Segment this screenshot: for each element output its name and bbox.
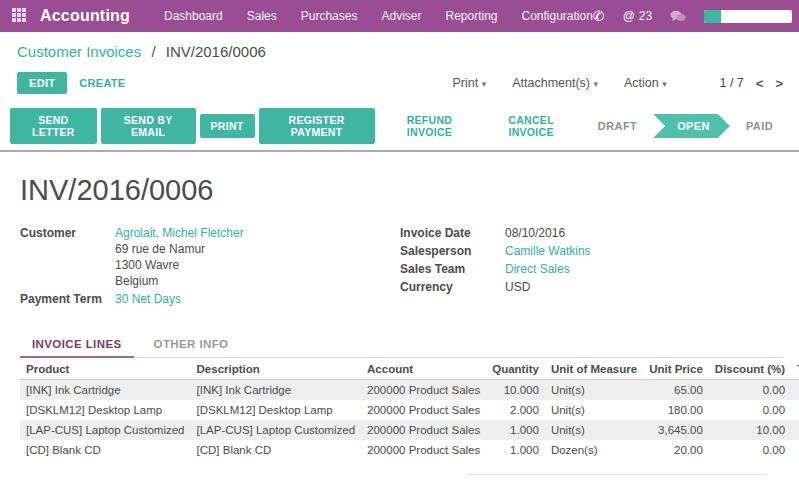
send-by-email-button[interactable]: SEND BY EMAIL xyxy=(101,108,196,144)
payment-term-link[interactable]: 30 Net Days xyxy=(115,291,181,307)
col-discount: Discount (%) xyxy=(709,358,791,380)
menu-dashboard[interactable]: Dashboard xyxy=(164,9,223,23)
refund-invoice-button[interactable]: REFUND INVOICE xyxy=(379,108,481,144)
pager-value: 1 / 7 xyxy=(719,76,743,90)
print-dropdown[interactable]: Print ▾ xyxy=(452,76,486,90)
control-panel: EDIT CREATE Print ▾ Attachment(s) ▾ Acti… xyxy=(0,64,799,102)
status-paid[interactable]: PAID xyxy=(730,120,789,132)
breadcrumb-current: INV/2016/0006 xyxy=(166,43,266,60)
breadcrumb: Customer Invoices / INV/2016/0006 xyxy=(0,32,799,64)
table-row[interactable]: [DSKLM12] Desktop Lamp[DSKLM12] Desktop … xyxy=(20,400,799,420)
menu-sales[interactable]: Sales xyxy=(247,9,277,23)
invoice-sheet: INV/2016/0006 Customer Agrolait, Michel … xyxy=(0,152,799,483)
customer-label: Customer xyxy=(20,225,115,289)
attachments-dropdown[interactable]: Attachment(s) ▾ xyxy=(512,76,598,90)
chevron-down-icon: ▾ xyxy=(482,79,487,89)
pager-next-icon[interactable]: > xyxy=(775,76,783,91)
pager-prev-icon[interactable]: < xyxy=(756,76,764,91)
status-pipeline: DRAFT OPEN PAID xyxy=(582,114,789,138)
col-taxes: Taxes xyxy=(791,358,799,380)
col-account: Account xyxy=(361,358,486,380)
status-open[interactable]: OPEN xyxy=(653,114,730,138)
top-navbar: Accounting Dashboard Sales Purchases Adv… xyxy=(0,0,799,32)
col-product: Product xyxy=(20,358,191,380)
chevron-down-icon: ▾ xyxy=(594,79,599,89)
table-header-row: Product Description Account Quantity Uni… xyxy=(20,358,799,380)
invoice-statusbar: SEND LETTER SEND BY EMAIL PRINT REGISTER… xyxy=(0,102,799,152)
messages-count: 23 xyxy=(639,9,652,23)
invoice-date-value: 08/10/2016 xyxy=(505,225,565,241)
cancel-invoice-button[interactable]: CANCEL INVOICE xyxy=(480,108,582,144)
app-name[interactable]: Accounting xyxy=(40,7,130,25)
chevron-down-icon: ▾ xyxy=(662,79,667,89)
col-quantity: Quantity xyxy=(486,358,545,380)
invoice-number-title: INV/2016/0006 xyxy=(20,174,783,207)
chat-icon[interactable] xyxy=(670,10,686,23)
customer-link[interactable]: Agrolait, Michel Fletcher xyxy=(115,225,244,241)
register-payment-button[interactable]: REGISTER PAYMENT xyxy=(259,108,375,144)
table-row[interactable]: [LAP-CUS] Laptop Customized[LAP-CUS] Lap… xyxy=(20,420,799,440)
table-row[interactable]: [INK] Ink Cartridge[INK] Ink Cartridge 2… xyxy=(20,380,799,401)
currency-value: USD xyxy=(505,279,530,295)
breadcrumb-customer-invoices[interactable]: Customer Invoices xyxy=(17,43,141,60)
table-row[interactable]: [CD] Blank CD[CD] Blank CD 200000 Produc… xyxy=(20,440,799,460)
send-letter-button[interactable]: SEND LETTER xyxy=(10,108,97,144)
currency-label: Currency xyxy=(400,279,505,295)
create-button[interactable]: CREATE xyxy=(67,72,137,94)
tab-invoice-lines[interactable]: INVOICE LINES xyxy=(20,331,134,358)
action-dropdown[interactable]: Action ▾ xyxy=(624,76,667,90)
pager: 1 / 7 < > xyxy=(719,76,783,91)
menu-reporting[interactable]: Reporting xyxy=(445,9,497,23)
status-draft[interactable]: DRAFT xyxy=(582,120,653,132)
sales-team-label: Sales Team xyxy=(400,261,505,277)
invoice-lines-table: Product Description Account Quantity Uni… xyxy=(20,358,799,460)
salesperson-link[interactable]: Camille Watkins xyxy=(505,243,591,259)
main-menu: Dashboard Sales Purchases Adviser Report… xyxy=(164,9,593,23)
planner-progressbar[interactable] xyxy=(704,10,792,23)
planner-progress-fill xyxy=(704,10,721,23)
print-button[interactable]: PRINT xyxy=(200,114,255,138)
col-uom: Unit of Measure xyxy=(545,358,643,380)
tab-other-info[interactable]: OTHER INFO xyxy=(142,331,241,357)
edit-button[interactable]: EDIT xyxy=(17,72,67,94)
customer-address: 69 rue de Namur 1300 Wavre Belgium xyxy=(115,241,244,289)
at-icon: @ xyxy=(623,9,635,23)
totals-box: Untaxed Amount : $4,310.50 Tax : $0.00 T… xyxy=(467,474,767,483)
salesperson-label: Salesperson xyxy=(400,243,505,259)
invoice-date-label: Invoice Date xyxy=(400,225,505,241)
col-description: Description xyxy=(191,358,362,380)
col-unit-price: Unit Price xyxy=(643,358,709,380)
menu-configuration[interactable]: Configuration xyxy=(522,9,593,23)
breadcrumb-separator: / xyxy=(151,43,155,60)
phone-icon[interactable]: ✆ xyxy=(593,8,605,24)
payment-term-label: Payment Term xyxy=(20,291,115,307)
apps-grid-icon[interactable] xyxy=(12,8,26,24)
menu-purchases[interactable]: Purchases xyxy=(301,9,358,23)
messages-counter[interactable]: @ 23 xyxy=(623,9,653,23)
notebook-tabs: INVOICE LINES OTHER INFO xyxy=(20,331,783,358)
menu-adviser[interactable]: Adviser xyxy=(381,9,421,23)
sales-team-link[interactable]: Direct Sales xyxy=(505,261,570,277)
